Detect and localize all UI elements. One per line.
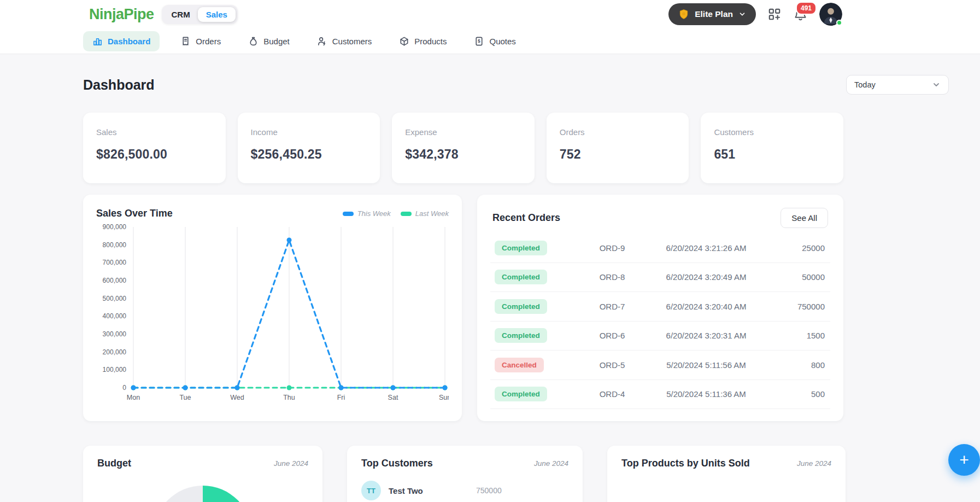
status-badge: Completed [495, 328, 547, 343]
stat-card-customers: Customers 651 [701, 113, 843, 183]
tab-budget[interactable]: Budget [242, 31, 296, 51]
order-row[interactable]: Completed ORD-6 6/20/2024 3:20:31 AM 150… [490, 322, 830, 351]
toggle-option-sales[interactable]: Sales [198, 7, 236, 22]
orders-list: Completed ORD-9 6/20/2024 3:21:26 AM 250… [490, 234, 830, 409]
stat-value: $342,378 [405, 147, 521, 162]
tab-label: Products [414, 37, 447, 46]
svg-text:100,000: 100,000 [103, 366, 127, 373]
recent-orders-title: Recent Orders [492, 212, 560, 224]
status-badge: Completed [495, 387, 547, 401]
svg-text:500,000: 500,000 [103, 295, 127, 302]
customer-row[interactable]: TT Test Two 750000 [361, 481, 568, 502]
page-title: Dashboard [83, 77, 155, 93]
order-amount: 1500 [765, 331, 825, 340]
plan-button[interactable]: Elite Plan [668, 3, 756, 25]
notification-badge: 491 [796, 2, 817, 15]
order-datetime: 5/20/2024 5:11:56 AM [648, 360, 765, 370]
customer-avatar: TT [361, 481, 381, 500]
svg-text:600,000: 600,000 [103, 277, 127, 284]
svg-text:Fri: Fri [337, 394, 345, 401]
svg-text:Tue: Tue [179, 394, 191, 401]
recent-orders-card: Recent Orders See All Completed ORD-9 6/… [477, 195, 843, 421]
toggle-option-crm[interactable]: CRM [164, 7, 198, 22]
svg-text:$: $ [478, 38, 481, 44]
order-datetime: 6/20/2024 3:20:31 AM [648, 331, 765, 340]
shield-icon [678, 9, 689, 20]
top-products-title: Top Products by Units Sold [621, 458, 750, 469]
svg-text:400,000: 400,000 [103, 312, 127, 320]
order-datetime: 6/20/2024 3:21:26 AM [648, 243, 765, 253]
header-actions: Elite Plan 491 [668, 3, 842, 26]
svg-text:800,000: 800,000 [103, 241, 127, 249]
main-nav: Dashboard Orders Budget Customers Produc… [0, 28, 980, 54]
app-logo: NinjaPipe [89, 6, 154, 23]
chart-legend: This Week Last Week [343, 209, 449, 218]
apps-grid-button[interactable] [767, 7, 782, 21]
chart-title: Sales Over Time [96, 208, 173, 219]
tab-label: Quotes [489, 37, 515, 46]
receipt-icon [180, 36, 191, 46]
user-avatar[interactable] [819, 3, 842, 26]
workspace-toggle[interactable]: CRM Sales [162, 5, 238, 24]
order-id: ORD-7 [577, 302, 648, 311]
top-customers-card: Top Customers June 2024 TT Test Two 7500… [347, 446, 583, 502]
budget-title: Budget [97, 458, 131, 469]
budget-card: Budget June 2024 [83, 446, 322, 502]
svg-text:Thu: Thu [283, 394, 295, 401]
stat-value: $256,450.25 [251, 147, 367, 162]
svg-text:0: 0 [122, 384, 126, 392]
customer-value: 750000 [476, 486, 502, 495]
tab-label: Customers [332, 37, 372, 46]
stat-card-expense: Expense $342,378 [392, 113, 535, 183]
chevron-down-icon [932, 80, 941, 89]
legend-last-week: Last Week [401, 209, 449, 218]
order-id: ORD-6 [577, 331, 648, 340]
online-status-dot [836, 20, 842, 26]
budget-pie-chart [154, 486, 252, 502]
top-products-period: June 2024 [797, 459, 831, 468]
budget-period: June 2024 [274, 459, 308, 468]
tab-orders[interactable]: Orders [174, 31, 227, 51]
svg-text:Sun: Sun [439, 394, 449, 401]
notifications-button[interactable]: 491 [793, 7, 808, 22]
see-all-button[interactable]: See All [781, 208, 828, 228]
stats-row: Sales $826,500.00 Income $256,450.25 Exp… [83, 113, 843, 183]
tab-customers[interactable]: Customers [310, 31, 379, 51]
stat-label: Expense [405, 127, 521, 137]
stat-label: Sales [96, 127, 213, 137]
tab-label: Orders [196, 37, 221, 46]
top-products-card: Top Products by Units Sold June 2024 [607, 446, 846, 502]
order-datetime: 5/20/2024 5:11:36 AM [648, 389, 765, 399]
tab-products[interactable]: Products [392, 31, 453, 51]
tab-quotes[interactable]: $ Quotes [467, 31, 522, 51]
svg-text:900,000: 900,000 [103, 223, 127, 231]
order-datetime: 6/20/2024 3:20:40 AM [648, 302, 765, 311]
cube-icon [399, 36, 409, 46]
tab-dashboard[interactable]: Dashboard [83, 31, 160, 51]
stat-value: 651 [714, 147, 830, 162]
order-amount: 750000 [765, 302, 825, 311]
sales-over-time-card: Sales Over Time This Week Last Week 900,… [83, 195, 462, 421]
person-bolt-icon [317, 36, 327, 46]
order-row[interactable]: Completed ORD-8 6/20/2024 3:20:49 AM 500… [490, 263, 830, 293]
order-id: ORD-8 [577, 272, 648, 282]
order-amount: 500 [765, 389, 825, 399]
order-row[interactable]: Completed ORD-9 6/20/2024 3:21:26 AM 250… [490, 234, 830, 263]
legend-swatch-blue [343, 212, 354, 216]
stat-label: Income [251, 127, 367, 137]
stat-card-orders: Orders 752 [547, 113, 689, 183]
money-bag-icon [248, 36, 259, 46]
add-fab-button[interactable]: + [948, 444, 980, 476]
svg-text:700,000: 700,000 [103, 259, 127, 266]
period-filter-dropdown[interactable]: Today [846, 75, 949, 95]
order-row[interactable]: Cancelled ORD-5 5/20/2024 5:11:56 AM 800 [490, 351, 830, 380]
order-id: ORD-5 [577, 360, 648, 370]
order-row[interactable]: Completed ORD-7 6/20/2024 3:20:40 AM 750… [490, 292, 830, 322]
status-badge: Completed [495, 241, 547, 255]
svg-text:Mon: Mon [127, 394, 140, 401]
legend-swatch-green [401, 212, 412, 216]
top-header: NinjaPipe CRM Sales Elite Plan 491 [0, 0, 980, 28]
period-filter-value: Today [854, 80, 876, 89]
order-row[interactable]: Completed ORD-4 5/20/2024 5:11:36 AM 500 [490, 380, 830, 410]
tab-label: Dashboard [108, 37, 150, 46]
